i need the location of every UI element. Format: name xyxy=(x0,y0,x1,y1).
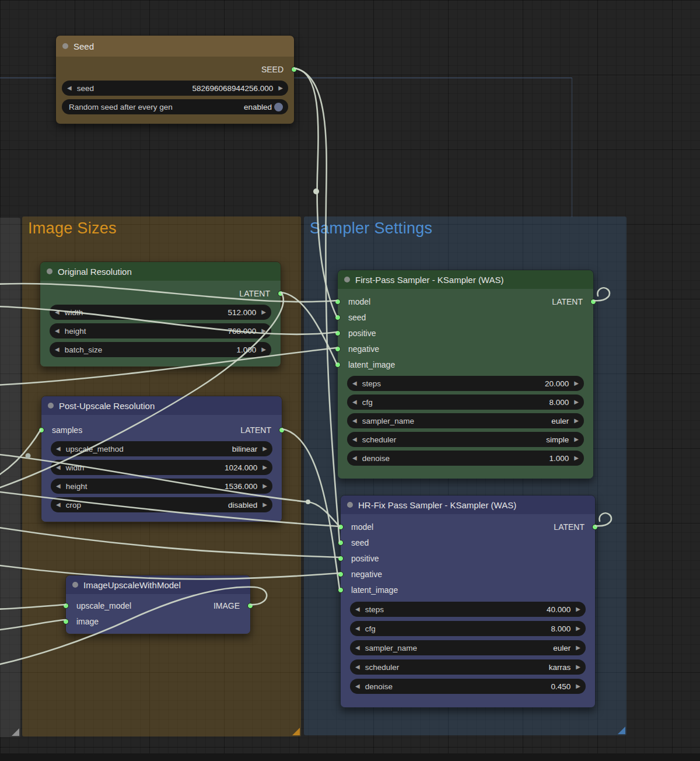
collapse-dot-icon[interactable] xyxy=(344,277,350,282)
stepper-right-icon[interactable]: ▶ xyxy=(261,328,266,334)
output-slot-image[interactable] xyxy=(247,603,253,609)
widget-cfg[interactable]: ◀ cfg 8.000 ▶ xyxy=(350,621,586,636)
widget-scheduler[interactable]: ◀ scheduler karras ▶ xyxy=(350,659,586,675)
stepper-left-icon[interactable]: ◀ xyxy=(355,626,360,631)
input-slot-image[interactable] xyxy=(63,619,69,624)
node-title: ImageUpscaleWithModel xyxy=(83,580,181,590)
stepper-left-icon[interactable]: ◀ xyxy=(355,606,360,612)
stepper-left-icon[interactable]: ◀ xyxy=(352,418,357,424)
node-header[interactable]: Post-Upscale Resolution xyxy=(41,396,282,415)
widget-steps[interactable]: ◀ steps 20.000 ▶ xyxy=(347,376,584,391)
node-header[interactable]: HR-Fix Pass Sampler - KSampler (WAS) xyxy=(341,495,595,514)
stepper-right-icon[interactable]: ▶ xyxy=(576,664,580,670)
stepper-left-icon[interactable]: ◀ xyxy=(55,309,60,315)
stepper-right-icon[interactable]: ▶ xyxy=(574,399,579,405)
stepper-right-icon[interactable]: ▶ xyxy=(576,683,580,689)
widget-height[interactable]: ◀ height 768.000 ▶ xyxy=(50,323,271,338)
stepper-left-icon[interactable]: ◀ xyxy=(352,399,357,405)
widget-height[interactable]: ◀ height 1536.000 ▶ xyxy=(51,479,272,494)
input-slot-model[interactable] xyxy=(338,524,344,530)
node-header[interactable]: First-Pass Sampler - KSampler (WAS) xyxy=(338,270,593,289)
stepper-right-icon[interactable]: ▶ xyxy=(576,606,580,612)
group-resize-handle[interactable] xyxy=(12,728,19,736)
partial-group-left[interactable] xyxy=(0,218,20,737)
node-original-resolution[interactable]: Original Resolution LATENT ◀ width 512.0… xyxy=(40,261,281,367)
group-resize-handle[interactable] xyxy=(618,727,625,734)
widget-steps[interactable]: ◀ steps 40.000 ▶ xyxy=(350,602,586,617)
collapse-dot-icon[interactable] xyxy=(347,502,353,508)
input-slot-model[interactable] xyxy=(335,299,341,305)
node-seed[interactable]: Seed SEED ◀ seed 582696068944256.000 ▶ R… xyxy=(55,35,295,124)
widget-denoise[interactable]: ◀ denoise 0.450 ▶ xyxy=(350,679,586,694)
stepper-right-icon[interactable]: ▶ xyxy=(261,309,266,315)
output-slot-seed[interactable] xyxy=(291,67,297,72)
stepper-left-icon[interactable]: ◀ xyxy=(56,483,61,489)
stepper-left-icon[interactable]: ◀ xyxy=(55,328,60,334)
widget-seed[interactable]: ◀ seed 582696068944256.000 ▶ xyxy=(62,81,288,96)
stepper-left-icon[interactable]: ◀ xyxy=(55,347,60,352)
stepper-left-icon[interactable]: ◀ xyxy=(56,446,61,452)
stepper-right-icon[interactable]: ▶ xyxy=(574,437,579,442)
widget-upscale-method[interactable]: ◀ upscale_method bilinear ▶ xyxy=(51,441,272,456)
widget-cfg[interactable]: ◀ cfg 8.000 ▶ xyxy=(347,395,584,410)
input-slot-positive[interactable] xyxy=(338,556,344,561)
stepper-right-icon[interactable]: ▶ xyxy=(576,645,580,651)
output-slot-latent[interactable] xyxy=(278,291,284,296)
stepper-left-icon[interactable]: ◀ xyxy=(352,437,357,442)
stepper-right-icon[interactable]: ▶ xyxy=(576,626,580,631)
stepper-right-icon[interactable]: ▶ xyxy=(261,347,266,352)
widget-sampler-name[interactable]: ◀ sampler_name euler ▶ xyxy=(350,640,586,655)
input-slot-upscale-model[interactable] xyxy=(63,603,69,609)
stepper-right-icon[interactable]: ▶ xyxy=(262,465,267,470)
stepper-left-icon[interactable]: ◀ xyxy=(56,465,61,470)
output-slot-latent[interactable] xyxy=(590,299,596,305)
collapse-dot-icon[interactable] xyxy=(62,43,68,49)
stepper-right-icon[interactable]: ▶ xyxy=(574,380,579,386)
stepper-left-icon[interactable]: ◀ xyxy=(67,85,72,91)
widget-denoise[interactable]: ◀ denoise 1.000 ▶ xyxy=(347,451,584,466)
widget-scheduler[interactable]: ◀ scheduler simple ▶ xyxy=(347,432,584,447)
input-slot-negative[interactable] xyxy=(335,346,341,352)
input-slot-negative[interactable] xyxy=(338,571,344,577)
stepper-right-icon[interactable]: ▶ xyxy=(262,446,267,452)
widget-width[interactable]: ◀ width 512.000 ▶ xyxy=(50,305,271,320)
toggle-knob-icon[interactable] xyxy=(274,103,283,111)
stepper-right-icon[interactable]: ▶ xyxy=(278,85,283,91)
stepper-left-icon[interactable]: ◀ xyxy=(352,380,357,386)
widget-crop[interactable]: ◀ crop disabled ▶ xyxy=(51,497,272,512)
output-slot-latent[interactable] xyxy=(279,427,285,433)
collapse-dot-icon[interactable] xyxy=(48,403,54,409)
collapse-dot-icon[interactable] xyxy=(47,268,52,274)
stepper-right-icon[interactable]: ▶ xyxy=(262,502,267,508)
input-slot-latent-image[interactable] xyxy=(335,362,341,368)
widget-batch-size[interactable]: ◀ batch_size 1.000 ▶ xyxy=(50,342,271,357)
node-header[interactable]: Original Resolution xyxy=(40,262,281,281)
collapse-dot-icon[interactable] xyxy=(72,582,78,588)
stepper-right-icon[interactable]: ▶ xyxy=(574,455,579,461)
widget-sampler-name[interactable]: ◀ sampler_name euler ▶ xyxy=(347,413,584,428)
group-resize-handle[interactable] xyxy=(292,728,300,735)
stepper-left-icon[interactable]: ◀ xyxy=(56,502,61,508)
widget-width[interactable]: ◀ width 1024.000 ▶ xyxy=(51,460,272,475)
node-first-pass-sampler[interactable]: First-Pass Sampler - KSampler (WAS) mode… xyxy=(337,270,594,479)
node-header[interactable]: ImageUpscaleWithModel xyxy=(66,575,250,594)
input-slot-seed[interactable] xyxy=(338,540,344,546)
input-slot-seed[interactable] xyxy=(335,315,341,320)
stepper-left-icon[interactable]: ◀ xyxy=(352,455,357,461)
input-slot-latent-image[interactable] xyxy=(338,587,344,593)
node-post-upscale-resolution[interactable]: Post-Upscale Resolution samples LATENT ◀… xyxy=(41,396,282,522)
input-slot-samples[interactable] xyxy=(38,427,44,433)
node-image-upscale-with-model[interactable]: ImageUpscaleWithModel upscale_model IMAG… xyxy=(65,575,251,634)
node-hr-fix-pass-sampler[interactable]: HR-Fix Pass Sampler - KSampler (WAS) mod… xyxy=(340,495,596,708)
stepper-right-icon[interactable]: ▶ xyxy=(574,418,579,424)
stepper-left-icon[interactable]: ◀ xyxy=(355,645,360,651)
output-slot-latent[interactable] xyxy=(592,524,598,530)
graph-canvas[interactable]: Image Sizes Sampler Settings Seed SEED ◀… xyxy=(0,0,700,761)
input-slot-positive[interactable] xyxy=(335,330,341,336)
stepper-right-icon[interactable]: ▶ xyxy=(262,483,267,489)
stepper-left-icon[interactable]: ◀ xyxy=(355,664,360,670)
widget-random-seed-toggle[interactable]: Random seed after every gen enabled xyxy=(62,99,288,114)
stepper-left-icon[interactable]: ◀ xyxy=(355,683,360,689)
node-header[interactable]: Seed xyxy=(56,36,294,57)
io-row: model LATENT xyxy=(338,294,593,309)
